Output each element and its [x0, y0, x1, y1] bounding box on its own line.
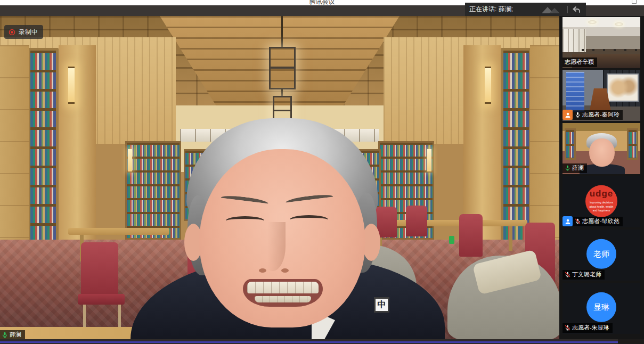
- projection-screen: [607, 73, 639, 102]
- mic-on-icon: [2, 332, 8, 338]
- speaker-eye: [290, 215, 328, 224]
- speaker-teeth: [247, 282, 319, 293]
- pendant-cord-lower: [281, 89, 283, 96]
- avatar-subtext: Improving decisions about health, wealth…: [585, 199, 617, 213]
- wall-lamp-right: [485, 67, 491, 104]
- divider: [567, 6, 568, 13]
- participant-thumbnail-xuelan[interactable]: 薛澜: [563, 123, 640, 174]
- participant-name: 志愿者-秦阿玲: [582, 111, 619, 119]
- chandelier: [588, 20, 597, 24]
- participant-label: 薛澜: [563, 163, 587, 173]
- avatar: 老师: [586, 239, 616, 269]
- participant-thumbnail-xinying[interactable]: 志愿者辛颖: [563, 17, 640, 68]
- speaker-nostril: [259, 268, 266, 273]
- ime-indicator: 中: [374, 297, 389, 313]
- table-leg: [509, 226, 512, 251]
- avatar: 显琳: [586, 292, 616, 322]
- os-taskbar-strip[interactable]: [0, 339, 644, 344]
- pendant-cord: [281, 16, 283, 48]
- wood-table-left: [68, 228, 169, 235]
- participant-thumbnail-qinaling[interactable]: 志愿者-秦阿玲: [563, 70, 640, 121]
- mini-bookshelf: [565, 128, 575, 160]
- participant-name: 薛澜: [572, 164, 584, 172]
- recording-label: 录制中: [19, 28, 38, 37]
- main-speaker-name-label: 薛澜: [0, 330, 25, 339]
- participant-thumbnail-dingwenlu[interactable]: 老师 丁文璐老师: [563, 230, 640, 281]
- speaker-eye: [226, 216, 264, 225]
- participant-thumbnail-zouxinran[interactable]: udge Improving decisions about health, w…: [563, 176, 640, 227]
- red-chair-distant: [459, 214, 483, 257]
- nudge-book-avatar: udge Improving decisions about health, w…: [585, 185, 617, 217]
- participant-name: 志愿者-邹欣然: [582, 217, 619, 225]
- mountains-logo-icon: [540, 5, 563, 14]
- speaker-nose: [260, 222, 286, 271]
- taskbar-endcap: [618, 339, 644, 344]
- mic-muted-icon: [565, 272, 570, 277]
- mic-muted-icon: [575, 218, 581, 224]
- mic-on-icon: [575, 112, 581, 118]
- participant-label: 志愿者-秦阿玲: [573, 110, 623, 120]
- recording-badge: 录制中: [4, 25, 43, 39]
- meeting-window: 腾讯会议 正在讲话: 薛澜;: [0, 0, 644, 344]
- participant-name: 志愿者-朱显琳: [572, 324, 609, 332]
- wall-lamp-small-left: [128, 149, 132, 171]
- participant-name: 志愿者辛颖: [565, 58, 594, 66]
- exit-sign: [449, 236, 454, 244]
- back-arrow-icon[interactable]: [572, 6, 581, 13]
- participant-label: 志愿者-邹欣然: [573, 217, 623, 226]
- bookcase-mid-left: [125, 141, 181, 240]
- participant-label: 丁文璐老师: [563, 270, 605, 280]
- presenter-badge-icon: [563, 110, 573, 120]
- avatar-text: udge: [585, 189, 617, 199]
- red-chair-distant: [406, 206, 427, 236]
- mic-muted-icon: [565, 325, 570, 331]
- member-badge-icon: [563, 216, 573, 226]
- main-video-pane[interactable]: [0, 16, 559, 339]
- mic-on-icon: [565, 165, 570, 171]
- participant-label: 志愿者-朱显琳: [563, 323, 613, 333]
- taskbar-accent-line: [0, 341, 618, 343]
- speaker-name: 薛澜: [10, 331, 21, 339]
- red-chair-seat: [78, 294, 125, 305]
- speaking-banner: 正在讲话: 薛澜;: [465, 3, 586, 16]
- participant-name: 丁文璐老师: [572, 271, 601, 279]
- participant-label: 志愿者辛颖: [563, 58, 597, 67]
- participant-thumbnail-zhuxianlin[interactable]: 显琳 志愿者-朱显琳: [563, 283, 640, 334]
- record-icon: [9, 29, 15, 36]
- chandelier: [615, 22, 623, 26]
- wall-lamp-small-right: [427, 149, 431, 171]
- speaking-label: 正在讲话: 薛澜;: [465, 5, 513, 14]
- speaker-nostril: [281, 268, 289, 273]
- mini-speaker-face: [589, 138, 615, 167]
- speaker-head: [186, 118, 378, 337]
- participants-sidebar[interactable]: 志愿者辛颖: [559, 16, 644, 344]
- speaker-mouth: [243, 279, 323, 307]
- blue-banner: [566, 72, 584, 112]
- mini-bookshelf: [627, 128, 638, 160]
- red-chair-back: [81, 242, 118, 296]
- speaker-teeth: [255, 296, 311, 302]
- seated-people: [578, 46, 640, 54]
- wall-lamp-left: [68, 67, 75, 104]
- window-restore-icon[interactable]: [632, 0, 637, 4]
- pendant-lantern-upper: [269, 47, 296, 89]
